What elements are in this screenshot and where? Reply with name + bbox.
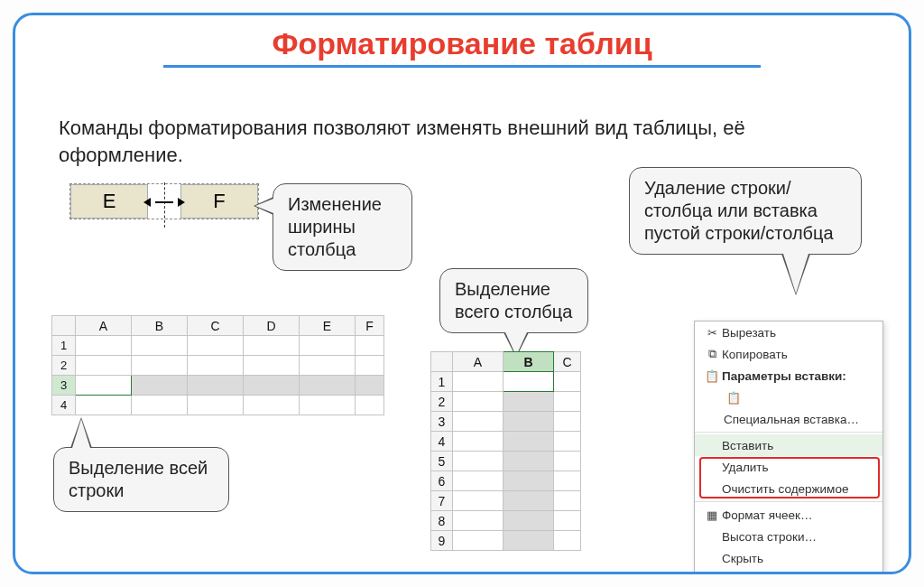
- col-header-selected[interactable]: B: [504, 352, 554, 372]
- col-header[interactable]: D: [244, 316, 300, 336]
- callout-select-column: Выделение всего столбца: [439, 268, 588, 333]
- row-header[interactable]: 5: [431, 452, 453, 471]
- cell[interactable]: [554, 392, 581, 412]
- cell[interactable]: [453, 432, 504, 452]
- cell-selected[interactable]: [504, 432, 554, 452]
- row-header[interactable]: 9: [431, 531, 453, 551]
- cell-selected[interactable]: [132, 376, 188, 396]
- menu-header-paste-options: 📋 Параметры вставки:: [695, 365, 882, 387]
- row-header[interactable]: 4: [431, 432, 453, 452]
- scissors-icon: ✂: [702, 326, 722, 340]
- col-header[interactable]: F: [356, 316, 384, 336]
- cell[interactable]: [356, 396, 384, 415]
- cell[interactable]: [453, 392, 504, 412]
- row-header[interactable]: 6: [431, 471, 453, 491]
- cell[interactable]: [554, 531, 581, 551]
- cell-active[interactable]: [76, 376, 132, 396]
- cell[interactable]: [554, 471, 581, 491]
- row-header[interactable]: 1: [431, 372, 453, 392]
- row-header[interactable]: 4: [52, 396, 76, 415]
- clipboard-icon: 📋: [724, 391, 744, 405]
- menu-item-show[interactable]: Показать: [695, 569, 882, 574]
- cell[interactable]: [132, 356, 188, 376]
- menu-item-insert[interactable]: Вставить: [695, 434, 882, 456]
- cell[interactable]: [453, 471, 504, 491]
- cell-selected[interactable]: [504, 511, 554, 531]
- row-header[interactable]: 3: [431, 412, 453, 432]
- col-header[interactable]: A: [453, 352, 504, 372]
- cell[interactable]: [244, 336, 300, 356]
- menu-item-row-height[interactable]: Высота строки…: [695, 526, 882, 547]
- cell[interactable]: [554, 372, 581, 392]
- col-header[interactable]: E: [300, 316, 356, 336]
- select-all-corner[interactable]: [431, 352, 453, 372]
- cell[interactable]: [76, 356, 132, 376]
- row-header-selected[interactable]: 3: [52, 376, 76, 396]
- menu-label: Высота строки…: [722, 530, 873, 544]
- cell-selected[interactable]: [504, 452, 554, 471]
- cell[interactable]: [453, 511, 504, 531]
- cell[interactable]: [188, 396, 244, 415]
- cell[interactable]: [132, 396, 188, 415]
- select-all-corner[interactable]: [52, 316, 76, 336]
- clipboard-icon: 📋: [702, 369, 722, 383]
- cell[interactable]: [356, 356, 384, 376]
- menu-item-clear[interactable]: Очистить содержимое: [695, 478, 882, 499]
- cell[interactable]: [554, 452, 581, 471]
- col-header[interactable]: A: [76, 316, 132, 336]
- cell-active[interactable]: [504, 372, 554, 392]
- menu-paste-option-button[interactable]: 📋: [695, 387, 882, 408]
- cell-selected[interactable]: [244, 376, 300, 396]
- row-header[interactable]: 8: [431, 511, 453, 531]
- cell[interactable]: [76, 396, 132, 415]
- cell[interactable]: [76, 336, 132, 356]
- menu-item-hide[interactable]: Скрыть: [695, 547, 882, 569]
- menu-item-delete[interactable]: Удалить: [695, 456, 882, 478]
- menu-item-format-cells[interactable]: ▦ Формат ячеек…: [695, 504, 882, 526]
- cell-selected[interactable]: [504, 531, 554, 551]
- cell[interactable]: [453, 412, 504, 432]
- menu-item-paste-special[interactable]: Специальная вставка…: [695, 408, 882, 430]
- cell[interactable]: [188, 356, 244, 376]
- cell[interactable]: [300, 356, 356, 376]
- col-header[interactable]: C: [554, 352, 581, 372]
- menu-item-cut[interactable]: ✂ Вырезать: [695, 321, 882, 343]
- cell[interactable]: [356, 336, 384, 356]
- cell[interactable]: [554, 412, 581, 432]
- cell[interactable]: [132, 336, 188, 356]
- column-resize-handle[interactable]: [148, 184, 180, 219]
- cell-selected[interactable]: [504, 491, 554, 511]
- col-header[interactable]: C: [188, 316, 244, 336]
- intro-text: Команды форматирования позволяют изменят…: [59, 115, 844, 168]
- cell[interactable]: [453, 531, 504, 551]
- title-wrap: Форматирование таблиц: [15, 15, 909, 68]
- cell-selected[interactable]: [356, 376, 384, 396]
- callout-tail-icon: [781, 254, 810, 295]
- cell[interactable]: [554, 491, 581, 511]
- cell[interactable]: [188, 336, 244, 356]
- cell-selected[interactable]: [300, 376, 356, 396]
- cell-selected[interactable]: [504, 471, 554, 491]
- cell[interactable]: [453, 372, 504, 392]
- cell-selected[interactable]: [504, 392, 554, 412]
- cell[interactable]: [244, 356, 300, 376]
- row-header[interactable]: 1: [52, 336, 76, 356]
- callout-insert-delete: Удаление строки/столбца или вставка пуст…: [629, 167, 862, 255]
- cell[interactable]: [453, 452, 504, 471]
- row-header[interactable]: 2: [52, 356, 76, 376]
- row-header[interactable]: 2: [431, 392, 453, 412]
- cell[interactable]: [244, 396, 300, 415]
- menu-item-copy[interactable]: ⧉ Копировать: [695, 343, 882, 365]
- cell[interactable]: [300, 336, 356, 356]
- cell-selected[interactable]: [504, 412, 554, 432]
- menu-label: Формат ячеек…: [722, 508, 873, 522]
- cell[interactable]: [300, 396, 356, 415]
- context-menu: ✂ Вырезать ⧉ Копировать 📋 Параметры вста…: [694, 321, 883, 574]
- row-header[interactable]: 7: [431, 491, 453, 511]
- cell-selected[interactable]: [188, 376, 244, 396]
- page-title: Форматирование таблиц: [163, 26, 760, 68]
- cell[interactable]: [554, 432, 581, 452]
- cell[interactable]: [554, 511, 581, 531]
- col-header[interactable]: B: [132, 316, 188, 336]
- cell[interactable]: [453, 491, 504, 511]
